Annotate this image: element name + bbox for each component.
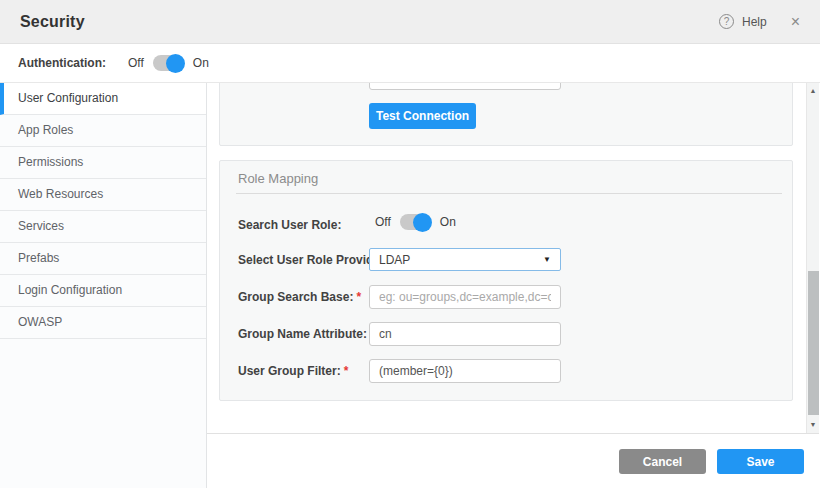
provider-label: Select User Role Provider: bbox=[238, 253, 389, 267]
search-user-role-off-label: Off bbox=[375, 215, 391, 229]
group-search-base-input[interactable] bbox=[369, 285, 561, 309]
vertical-scrollbar[interactable]: ▲ ▼ bbox=[806, 83, 819, 433]
search-user-role-toggle[interactable] bbox=[400, 214, 431, 230]
sidebar-item-owasp[interactable]: OWASP bbox=[0, 307, 206, 339]
test-connection-button[interactable]: Test Connection bbox=[369, 103, 476, 129]
authentication-toggle[interactable] bbox=[153, 55, 184, 71]
close-icon[interactable]: × bbox=[791, 14, 800, 30]
cancel-button[interactable]: Cancel bbox=[619, 449, 706, 474]
search-user-role-label: Search User Role: bbox=[238, 218, 341, 232]
sidebar-item-login-configuration[interactable]: Login Configuration bbox=[0, 275, 206, 307]
group-search-base-label: Group Search Base:* bbox=[238, 290, 361, 304]
scroll-down-arrow-icon[interactable]: ▼ bbox=[807, 419, 819, 431]
connection-settings-panel: Test Connection bbox=[219, 83, 793, 146]
scroll-up-arrow-icon[interactable]: ▲ bbox=[807, 85, 819, 97]
app-header: Security ? Help × bbox=[0, 0, 820, 44]
role-mapping-title: Role Mapping bbox=[238, 171, 318, 186]
group-name-attribute-input[interactable] bbox=[369, 322, 561, 346]
toggle-knob bbox=[413, 213, 432, 232]
footer-action-bar: Cancel Save bbox=[207, 433, 819, 488]
search-user-role-on-label: On bbox=[440, 215, 456, 229]
help-link[interactable]: Help bbox=[742, 15, 767, 29]
sidebar-item-user-configuration[interactable]: User Configuration bbox=[0, 83, 206, 115]
scrollable-form-area: Test Connection Role Mapping Search User… bbox=[207, 83, 819, 433]
role-mapping-divider bbox=[236, 193, 782, 194]
required-marker: * bbox=[356, 290, 361, 304]
sidebar-item-app-roles[interactable]: App Roles bbox=[0, 115, 206, 147]
role-mapping-panel: Role Mapping Search User Role: Off On Se… bbox=[219, 160, 793, 401]
save-button[interactable]: Save bbox=[717, 449, 804, 474]
authentication-label: Authentication: bbox=[18, 56, 106, 70]
toggle-knob bbox=[166, 54, 185, 73]
search-user-role-toggle-group: Off On bbox=[375, 214, 456, 230]
sidebar-item-permissions[interactable]: Permissions bbox=[0, 147, 206, 179]
help-icon[interactable]: ? bbox=[719, 14, 734, 29]
user-group-filter-label: User Group Filter:* bbox=[238, 364, 348, 378]
page-title: Security bbox=[20, 13, 85, 31]
user-group-filter-input[interactable] bbox=[369, 359, 561, 383]
user-role-provider-select[interactable]: LDAP ▼ bbox=[369, 248, 561, 271]
sidebar-item-prefabs[interactable]: Prefabs bbox=[0, 243, 206, 275]
authentication-off-label: Off bbox=[128, 56, 144, 70]
provider-selected-value: LDAP bbox=[379, 253, 410, 267]
scrollbar-thumb[interactable] bbox=[808, 271, 819, 415]
header-actions: ? Help × bbox=[719, 14, 800, 30]
authentication-toggle-group: Off On bbox=[128, 55, 209, 71]
connection-partial-input[interactable] bbox=[369, 83, 561, 90]
chevron-down-icon: ▼ bbox=[543, 255, 551, 264]
authentication-bar: Authentication: Off On bbox=[0, 44, 820, 83]
required-marker: * bbox=[344, 364, 349, 378]
sidebar-item-web-resources[interactable]: Web Resources bbox=[0, 179, 206, 211]
main-area: User Configuration App Roles Permissions… bbox=[0, 83, 820, 488]
authentication-on-label: On bbox=[193, 56, 209, 70]
sidebar-item-services[interactable]: Services bbox=[0, 211, 206, 243]
sidebar: User Configuration App Roles Permissions… bbox=[0, 83, 207, 488]
group-name-attribute-label: Group Name Attribute:* bbox=[238, 327, 375, 341]
content-column: Test Connection Role Mapping Search User… bbox=[207, 83, 819, 488]
